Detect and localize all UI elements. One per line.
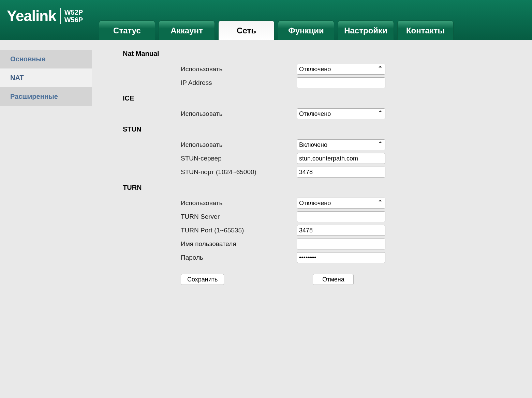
model-line-2: W56P (64, 16, 83, 24)
nat-manual-use-select[interactable]: Отключено (297, 64, 385, 75)
section-stun-title: STUN (123, 125, 518, 133)
nat-manual-ip-input[interactable] (297, 77, 385, 88)
stun-port-label: STUN-порт (1024~65000) (181, 168, 297, 176)
tab-contacts[interactable]: Контакты (397, 20, 454, 40)
tab-network[interactable]: Сеть (218, 20, 275, 40)
tab-account[interactable]: Аккаунт (159, 20, 215, 40)
ice-use-select[interactable]: Отключено (297, 108, 385, 119)
sidebar-item-advanced[interactable]: Расширенные (0, 87, 92, 106)
stun-server-label: STUN-сервер (181, 155, 297, 162)
top-tabs: Статус Аккаунт Сеть Функции Настройки Ко… (99, 20, 454, 40)
sidebar-item-nat[interactable]: NAT (0, 68, 92, 87)
logo-text: Yealink (7, 7, 56, 25)
turn-server-label: TURN Server (181, 213, 297, 220)
section-ice-title: ICE (123, 94, 518, 102)
turn-user-input[interactable] (297, 239, 385, 249)
nat-manual-use-label: Использовать (181, 65, 297, 73)
cancel-button[interactable]: Отмена (313, 274, 354, 285)
stun-port-input[interactable] (297, 167, 385, 178)
model-line-1: W52P (64, 9, 83, 16)
ice-use-label: Использовать (181, 110, 297, 118)
tab-status[interactable]: Статус (99, 20, 155, 40)
nat-manual-ip-label: IP Address (181, 79, 297, 87)
sidebar: Основные NAT Расширенные (0, 40, 92, 298)
turn-use-select[interactable]: Отключено (297, 198, 385, 209)
logo-divider (60, 8, 61, 24)
tab-features[interactable]: Функции (278, 20, 334, 40)
turn-user-label: Имя пользователя (181, 240, 297, 248)
save-button[interactable]: Сохранить (181, 274, 224, 285)
stun-use-label: Использовать (181, 141, 297, 149)
model-lines: W52P W56P (64, 9, 83, 24)
sidebar-item-basic[interactable]: Основные (0, 50, 92, 68)
turn-port-label: TURN Port (1~65535) (181, 227, 297, 234)
stun-use-select[interactable]: Включено (297, 139, 385, 150)
section-nat-manual-title: Nat Manual (123, 50, 518, 58)
main-panel: Nat Manual Использовать Отключено IP Add… (92, 40, 532, 298)
header: Yealink W52P W56P Статус Аккаунт Сеть Фу… (0, 0, 532, 40)
section-turn-title: TURN (123, 184, 518, 192)
stun-server-input[interactable] (297, 153, 385, 164)
turn-port-input[interactable] (297, 225, 385, 236)
turn-use-label: Использовать (181, 199, 297, 207)
logo-block: Yealink W52P W56P (7, 7, 83, 25)
turn-server-input[interactable] (297, 211, 385, 222)
turn-pass-input[interactable] (297, 252, 385, 263)
turn-pass-label: Пароль (181, 254, 297, 261)
tab-settings[interactable]: Настройки (338, 20, 394, 40)
